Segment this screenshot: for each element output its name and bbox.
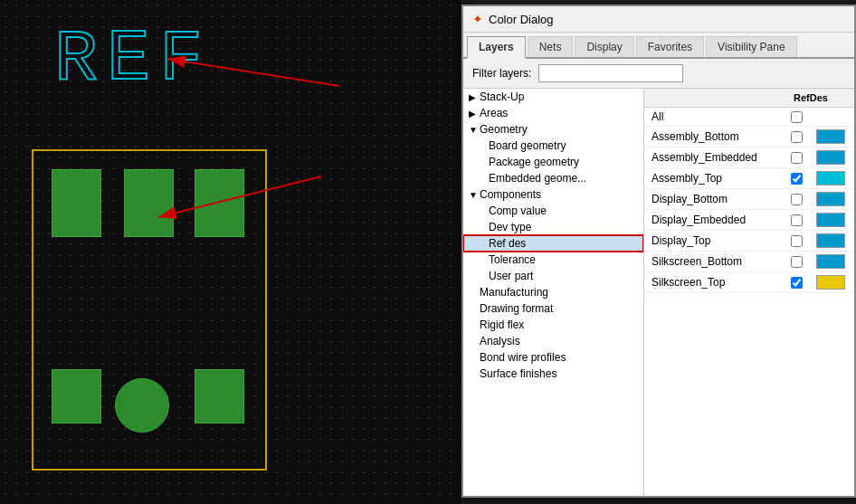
tree-arrow-components: ▼ <box>469 190 480 200</box>
tab-bar: Layers Nets Display Favorites Visibility… <box>463 33 854 59</box>
tree-item-embedded-geome[interactable]: Embedded geome... <box>463 170 643 186</box>
props-row: Silkscreen_Bottom <box>644 252 854 272</box>
tree-item-package-geometry[interactable]: Package geometry <box>463 154 643 170</box>
color-cell <box>814 254 847 269</box>
checkbox-cell <box>778 173 814 185</box>
color-swatch[interactable] <box>816 150 845 165</box>
tree-arrow-geometry: ▼ <box>469 125 480 135</box>
tree-label-areas: Areas <box>480 107 508 119</box>
tree-item-components[interactable]: ▼ Components <box>463 186 643 203</box>
tree-label-board-geometry: Board geometry <box>489 139 566 152</box>
tree-item-manufacturing[interactable]: Manufacturing <box>463 284 643 300</box>
tree-label-embedded-geome: Embedded geome... <box>489 172 586 185</box>
layer-name: Assembly_Bottom <box>652 130 778 143</box>
color-swatch[interactable] <box>816 275 845 290</box>
tree-label-dev-type: Dev type <box>489 221 531 233</box>
tree-item-analysis[interactable]: Analysis <box>463 333 643 349</box>
pad-bot-left <box>52 369 101 423</box>
layer-checkbox[interactable] <box>791 256 803 268</box>
tab-display[interactable]: Display <box>575 36 633 57</box>
tree-arrow-areas: ▶ <box>469 109 480 119</box>
tree-arrow-stack-up: ▶ <box>469 92 480 102</box>
props-row: Display_Bottom <box>644 189 854 210</box>
tree-item-surface-finishes[interactable]: Surface finishes <box>463 366 643 382</box>
tree-item-bond-wire-profiles[interactable]: Bond wire profiles <box>463 349 643 366</box>
tree-item-ref-des[interactable]: Ref des <box>463 235 643 252</box>
color-swatch[interactable] <box>816 254 845 269</box>
dialog-title: Color Dialog <box>489 13 554 26</box>
tree-item-stack-up[interactable]: ▶ Stack-Up <box>463 89 643 105</box>
props-rows-container: AllAssembly_BottomAssembly_EmbeddedAssem… <box>644 108 854 293</box>
tree-item-rigid-flex[interactable]: Rigid flex <box>463 317 643 333</box>
tree-label-ref-des: Ref des <box>489 237 526 250</box>
tree-label-tolerance: Tolerance <box>489 253 536 266</box>
props-row: Display_Embedded <box>644 210 854 231</box>
layer-name: Assembly_Embedded <box>652 151 778 164</box>
color-swatch[interactable] <box>816 213 845 227</box>
pcb-board <box>32 149 267 471</box>
layer-checkbox[interactable] <box>791 214 803 226</box>
layer-checkbox[interactable] <box>791 152 803 164</box>
layer-checkbox[interactable] <box>791 277 803 289</box>
checkbox-cell <box>778 152 814 164</box>
tab-layers[interactable]: Layers <box>467 36 526 59</box>
layer-name: Display_Bottom <box>652 193 778 205</box>
props-col2-header: RefDes <box>775 92 847 103</box>
props-row: Assembly_Embedded <box>644 147 854 168</box>
layer-checkbox[interactable] <box>791 235 803 247</box>
checkbox-cell <box>778 277 814 289</box>
layer-checkbox[interactable] <box>791 173 803 185</box>
filter-input[interactable] <box>538 64 683 82</box>
tree-label-components: Components <box>480 188 541 201</box>
props-row: Assembly_Top <box>644 168 854 189</box>
layer-name: Display_Top <box>652 234 778 247</box>
layer-name: Assembly_Top <box>652 172 778 185</box>
color-cell <box>814 150 847 165</box>
tree-label-user-part: User part <box>489 270 533 282</box>
layer-checkbox[interactable] <box>791 131 803 143</box>
tree-label-drawing-format: Drawing format <box>480 302 553 315</box>
tab-favorites[interactable]: Favorites <box>636 36 704 57</box>
ref-text: REF <box>54 18 212 100</box>
color-cell <box>814 192 847 206</box>
layer-checkbox[interactable] <box>791 111 803 123</box>
checkbox-cell <box>778 194 814 205</box>
props-header: RefDes <box>644 89 854 108</box>
layer-checkbox[interactable] <box>791 194 803 205</box>
tree-panel: ▶ Stack-Up ▶ Areas ▼ Geometry Board geom… <box>463 89 644 496</box>
dialog-titlebar: ✦ Color Dialog <box>463 6 854 33</box>
color-swatch[interactable] <box>816 171 845 185</box>
tree-item-comp-value[interactable]: Comp value <box>463 203 643 219</box>
tab-visibility-pane[interactable]: Visibility Pane <box>706 36 796 57</box>
tree-label-geometry: Geometry <box>480 123 528 136</box>
tree-label-comp-value: Comp value <box>489 204 547 217</box>
props-row: Silkscreen_Top <box>644 272 854 293</box>
tree-item-dev-type[interactable]: Dev type <box>463 219 643 235</box>
props-row: Display_Top <box>644 231 854 252</box>
tree-label-stack-up: Stack-Up <box>480 90 524 103</box>
color-swatch[interactable] <box>816 129 845 144</box>
pad-top-left <box>52 169 101 237</box>
checkbox-cell <box>778 214 814 226</box>
tree-item-tolerance[interactable]: Tolerance <box>463 252 643 268</box>
pad-top-right <box>195 169 244 237</box>
checkbox-cell <box>778 131 814 143</box>
tree-item-drawing-format[interactable]: Drawing format <box>463 300 643 317</box>
checkbox-cell <box>778 256 814 268</box>
tree-item-user-part[interactable]: User part <box>463 268 643 284</box>
checkbox-cell <box>778 111 814 123</box>
tab-nets[interactable]: Nets <box>528 36 574 57</box>
color-cell <box>814 129 847 144</box>
props-col1-header <box>652 92 775 103</box>
props-row: Assembly_Bottom <box>644 127 854 147</box>
tree-item-geometry[interactable]: ▼ Geometry <box>463 121 643 138</box>
layer-name: All <box>652 110 778 123</box>
color-swatch[interactable] <box>816 192 845 206</box>
tree-item-board-geometry[interactable]: Board geometry <box>463 138 643 154</box>
tree-item-areas[interactable]: ▶ Areas <box>463 105 643 121</box>
color-cell <box>814 233 847 248</box>
color-swatch[interactable] <box>816 233 845 248</box>
layer-name: Display_Embedded <box>652 214 778 226</box>
props-panel: RefDes AllAssembly_BottomAssembly_Embedd… <box>644 89 854 496</box>
tree-label-manufacturing: Manufacturing <box>480 286 548 299</box>
